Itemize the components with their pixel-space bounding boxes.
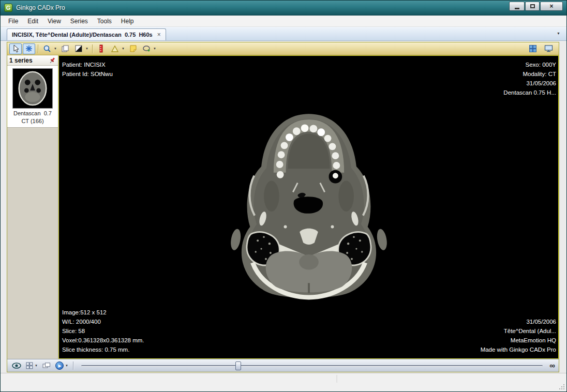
monitor-icon xyxy=(544,44,553,53)
overlay-window-level: W/L: 2000/400 xyxy=(62,317,144,326)
menu-series[interactable]: Series xyxy=(66,16,93,26)
bottom-bar-separator xyxy=(73,361,73,370)
window-title: Ginkgo CADx Pro xyxy=(16,4,65,11)
slice-slider-handle[interactable] xyxy=(235,361,241,370)
toolbar: ▼ ▼ ▼ xyxy=(7,42,559,55)
overlay-slice-number: Slice: 58 xyxy=(62,326,144,336)
menu-tools[interactable]: Tools xyxy=(93,16,116,26)
tab-list-dropdown-button[interactable]: ▼ xyxy=(555,31,562,36)
title-bar[interactable]: G Ginkgo CADx Pro × xyxy=(1,1,566,16)
grid-icon xyxy=(529,44,537,53)
fullscreen-monitor-button[interactable] xyxy=(542,43,555,54)
overlay-image-size: Image:512 x 512 xyxy=(62,308,144,317)
toolbar-right-group xyxy=(527,43,557,54)
angle-tool-button[interactable] xyxy=(109,43,121,54)
layout-dropdown-icon[interactable]: ▼ xyxy=(35,364,39,367)
overlay-patient-name: Patient: INCISIX xyxy=(62,60,113,69)
window-level-tool-button[interactable] xyxy=(72,43,85,54)
angle-icon xyxy=(111,44,119,53)
overlay-modality: Modality: CT xyxy=(503,69,556,79)
tab-close-icon[interactable]: × xyxy=(157,32,161,37)
overlay-bottom-right: 31/05/2006 Tête^Dental (Adul... MetaEmot… xyxy=(481,317,556,354)
study-tab[interactable]: INCISIX, Tête^Dental (Adulte)/Dentascan … xyxy=(7,28,166,40)
ruler-tool-button[interactable] xyxy=(95,43,108,54)
overlay-top-left: Patient: INCISIX Patient Id: SOtNwu xyxy=(62,60,113,79)
visibility-button[interactable] xyxy=(11,360,22,371)
window-controls: × xyxy=(509,2,563,11)
overlay-date: 31/05/2006 xyxy=(481,317,556,326)
overlay-watermark: Made with Ginkgo CADx Pro xyxy=(481,345,556,354)
app-window: G Ginkgo CADx Pro × File Edit View Serie… xyxy=(0,0,567,392)
minimize-button[interactable] xyxy=(509,2,525,11)
menu-bar: File Edit View Series Tools Help xyxy=(1,16,566,27)
minimize-icon xyxy=(515,8,519,9)
slice-slider-track[interactable] xyxy=(81,365,543,367)
maximize-icon xyxy=(530,4,535,8)
menu-edit[interactable]: Edit xyxy=(23,16,43,26)
contrast-icon xyxy=(74,44,83,53)
menu-view[interactable]: View xyxy=(43,16,66,26)
cine-play-button[interactable]: ▶ xyxy=(54,360,65,371)
series-thumbnail[interactable] xyxy=(12,68,53,109)
series-sidebar: 1 series xyxy=(7,55,58,359)
toolbar-separator xyxy=(38,44,38,53)
ellipse-tool-button[interactable] xyxy=(140,43,153,54)
maximize-button[interactable] xyxy=(525,2,540,11)
viewport[interactable]: Patient: INCISIX Patient Id: SOtNwu Sexo… xyxy=(58,55,559,359)
series-count-label: 1 series xyxy=(9,57,49,64)
layers-tool-button[interactable] xyxy=(59,43,71,54)
zoom-tool-group: ▼ xyxy=(41,43,58,54)
pointer-tool-button[interactable] xyxy=(9,43,22,54)
pan-icon xyxy=(25,44,33,53)
close-button[interactable]: × xyxy=(540,2,563,11)
menu-help[interactable]: Help xyxy=(116,16,139,26)
cine-group: ▶ ▼ xyxy=(54,360,69,371)
ellipse-dropdown-icon[interactable]: ▼ xyxy=(153,47,157,50)
body-row: 1 series xyxy=(7,55,559,359)
series-panel-header: 1 series xyxy=(7,55,58,66)
ct-axial-image xyxy=(222,110,396,305)
pin-icon[interactable] xyxy=(49,57,56,64)
toolbar-separator xyxy=(92,44,93,53)
overlay-study-description: Tête^Dental (Adul... xyxy=(481,326,556,336)
app-icon: G xyxy=(4,4,12,12)
ruler-icon xyxy=(99,44,103,53)
resize-grip[interactable] xyxy=(559,384,565,390)
tab-bar: INCISIX, Tête^Dental (Adulte)/Dentascan … xyxy=(1,27,566,41)
thumbnail-ct-image xyxy=(13,69,52,108)
series-item[interactable]: Dentascan 0.7 CT (166) xyxy=(7,66,58,128)
zoom-tool-button[interactable] xyxy=(41,43,53,54)
viewer-bottom-bar: ▼ ▶ ▼ ∞ xyxy=(7,359,559,372)
study-tab-label: INCISIX, Tête^Dental (Adulte)/Dentascan … xyxy=(12,32,153,38)
menu-file[interactable]: File xyxy=(4,16,23,26)
pointer-icon xyxy=(12,44,20,53)
layout-grid-button[interactable] xyxy=(527,43,539,54)
overlay-sex: Sexo: 000Y xyxy=(503,60,556,69)
overlay-voxel-size: Voxel:0.361328x0.361328 mm. xyxy=(62,336,144,345)
status-bar xyxy=(1,373,566,391)
sync-series-button[interactable]: ∞ xyxy=(549,362,555,369)
window-level-dropdown-icon[interactable]: ▼ xyxy=(85,47,89,50)
slice-slider[interactable] xyxy=(81,359,543,372)
folders-icon xyxy=(42,362,51,369)
series-browser-button[interactable] xyxy=(41,360,52,371)
ellipse-icon xyxy=(142,44,151,53)
pan-tool-button[interactable] xyxy=(23,43,35,54)
layout-grid-small-icon xyxy=(26,362,33,369)
angle-dropdown-icon[interactable]: ▼ xyxy=(122,47,126,50)
annotation-tool-button[interactable] xyxy=(127,43,139,54)
ellipse-tool-group: ▼ xyxy=(140,43,157,54)
overlay-study-date: 31/05/2006 xyxy=(503,79,556,88)
eye-icon xyxy=(12,363,21,369)
series-name-label: Dentascan 0.7 xyxy=(7,110,58,116)
overlay-institution: MetaEmotion HQ xyxy=(481,336,556,345)
play-icon: ▶ xyxy=(55,361,64,370)
workspace-panel: ▼ ▼ ▼ xyxy=(7,42,559,372)
overlay-patient-id: Patient Id: SOtNwu xyxy=(62,69,113,79)
overlay-top-right: Sexo: 000Y Modality: CT 31/05/2006 Denta… xyxy=(503,60,556,97)
viewport-layout-button[interactable] xyxy=(25,360,34,371)
play-dropdown-icon[interactable]: ▼ xyxy=(65,364,69,367)
series-info-label: CT (166) xyxy=(7,118,58,124)
window-level-tool-group: ▼ xyxy=(72,43,89,54)
zoom-dropdown-icon[interactable]: ▼ xyxy=(54,47,58,50)
